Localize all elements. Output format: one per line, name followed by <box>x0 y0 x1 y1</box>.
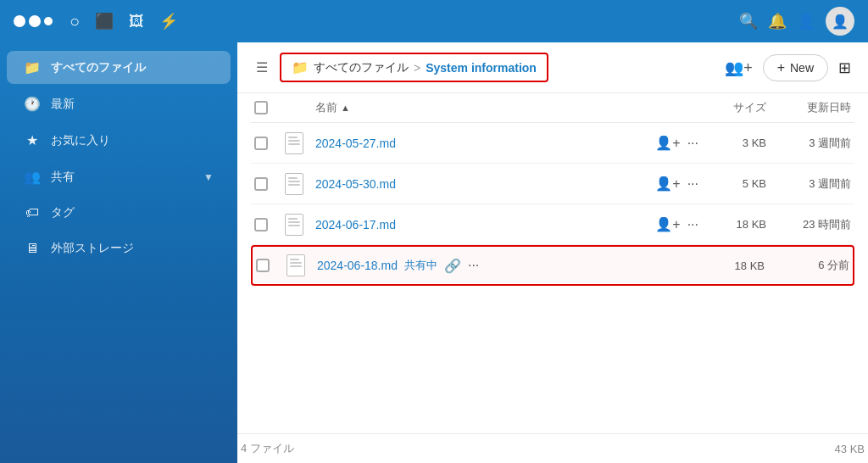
sidebar-item-recent-label: 最新 <box>51 97 75 112</box>
view-toggle-button[interactable]: ☰ <box>251 56 273 79</box>
sidebar-item-tags[interactable]: 🏷 タグ <box>7 197 231 229</box>
add-share-button[interactable]: 👥+ <box>721 55 756 81</box>
file-doc-icon-4 <box>287 254 305 276</box>
topbar-actions: 🔍 🔔 👤 👤 <box>739 7 854 36</box>
sidebar-item-tags-label: タグ <box>51 205 75 220</box>
logo-dot2 <box>29 15 41 27</box>
content-area: ☰ 📁 すべてのファイル > System information 👥+ + N… <box>237 42 868 463</box>
sidebar-item-favorites[interactable]: ★ お気に入り <box>7 124 231 157</box>
new-button-plus-icon: + <box>777 60 785 75</box>
file-actions-3: 👤+ ··· <box>655 216 698 232</box>
table-row: 2024-05-30.md 👤+ ··· 5 KB 3 週間前 <box>251 164 854 204</box>
file-icon-cell-3 <box>285 214 315 236</box>
logo-dot1 <box>14 15 25 27</box>
more-options-icon-4[interactable]: ··· <box>468 258 479 273</box>
search-icon[interactable]: 🔍 <box>739 12 758 31</box>
file-doc-icon-1 <box>285 132 303 154</box>
select-all-checkbox[interactable] <box>254 101 268 114</box>
bell-icon[interactable]: 🔔 <box>768 12 787 31</box>
topbar-nav: ○ ⬛ 🖼 ⚡ <box>70 12 739 31</box>
logo <box>14 15 53 27</box>
more-options-icon-2[interactable]: ··· <box>687 176 698 192</box>
file-checkbox-2[interactable] <box>254 177 285 191</box>
breadcrumb: 📁 すべてのファイル > System information <box>280 53 548 82</box>
file-actions-2: 👤+ ··· <box>655 176 698 192</box>
file-actions-1: 👤+ ··· <box>655 135 698 151</box>
file-count-label: 4 ファイル <box>241 441 294 456</box>
breadcrumb-folder-icon: 📁 <box>292 59 309 75</box>
new-button-label: New <box>790 61 814 75</box>
nav-files-icon[interactable]: ○ <box>70 12 80 31</box>
header-date-cell[interactable]: 更新日時 <box>766 100 851 115</box>
sidebar: 📁 すべてのファイル 🕐 最新 ★ お気に入り 👥 共有 ▼ 🏷 タグ 🖥 外部… <box>0 42 237 463</box>
nav-activity-icon[interactable]: ⚡ <box>159 12 178 31</box>
file-checkbox-1[interactable] <box>254 137 285 150</box>
file-name-2[interactable]: 2024-05-30.md <box>315 177 396 191</box>
sidebar-item-external-storage[interactable]: 🖥 外部ストレージ <box>7 232 231 265</box>
name-column-label: 名前 <box>315 100 337 115</box>
share-link-icon[interactable]: 🔗 <box>444 258 461 274</box>
avatar[interactable]: 👤 <box>826 7 854 36</box>
header-size-cell[interactable]: サイズ <box>698 100 766 115</box>
sidebar-item-shared-label: 共有 <box>51 170 75 185</box>
header-checkbox-cell <box>254 101 285 114</box>
sidebar-item-recent[interactable]: 🕐 最新 <box>7 87 231 120</box>
nav-monitor-icon[interactable]: ⬛ <box>95 12 114 31</box>
share-status-label: 共有中 <box>404 258 437 273</box>
sort-arrow-icon: ▲ <box>341 103 350 113</box>
chevron-down-icon: ▼ <box>203 171 214 183</box>
file-name-cell-2: 2024-05-30.md <box>315 177 655 191</box>
new-button[interactable]: + New <box>763 54 828 81</box>
table-row: 2024-05-27.md 👤+ ··· 3 KB 3 週間前 <box>251 123 854 164</box>
file-icon-cell-4 <box>287 254 317 276</box>
file-date-3: 23 時間前 <box>766 217 851 232</box>
more-options-icon-1[interactable]: ··· <box>687 136 698 151</box>
file-doc-icon-2 <box>285 173 303 195</box>
checkbox-4[interactable] <box>256 259 270 272</box>
file-checkbox-3[interactable] <box>254 218 285 232</box>
checkbox-1[interactable] <box>254 137 268 150</box>
add-share-icon-3[interactable]: 👤+ <box>655 216 680 232</box>
file-name-4[interactable]: 2024-06-18.md <box>317 259 398 272</box>
sidebar-item-shared[interactable]: 👥 共有 ▼ <box>7 160 231 193</box>
file-size-4: 18 KB <box>697 259 765 272</box>
sidebar-item-all-files-label: すべてのファイル <box>51 60 146 75</box>
admin-icon[interactable]: 👤 <box>797 12 815 31</box>
breadcrumb-root[interactable]: すべてのファイル <box>314 60 409 75</box>
file-name-3[interactable]: 2024-06-17.md <box>315 218 396 232</box>
file-date-4: 6 分前 <box>765 258 849 273</box>
content-header: ☰ 📁 すべてのファイル > System information 👥+ + N… <box>237 42 868 93</box>
add-share-icon-2[interactable]: 👤+ <box>655 176 680 192</box>
sidebar-item-all-files[interactable]: 📁 すべてのファイル <box>7 51 231 84</box>
file-date-1: 3 週間前 <box>766 136 851 151</box>
grid-view-button[interactable]: ⊞ <box>835 55 854 81</box>
file-checkbox-4[interactable] <box>256 259 287 272</box>
nav-gallery-icon[interactable]: 🖼 <box>129 13 144 31</box>
file-size-2: 5 KB <box>698 177 766 190</box>
recent-icon: 🕐 <box>24 96 41 112</box>
file-date-2: 3 週間前 <box>766 176 851 192</box>
breadcrumb-current: System information <box>426 61 537 75</box>
topbar: ○ ⬛ 🖼 ⚡ 🔍 🔔 👤 👤 <box>0 0 868 42</box>
header-name-cell[interactable]: 名前 ▲ <box>315 100 507 115</box>
file-name-1[interactable]: 2024-05-27.md <box>315 137 396 150</box>
add-share-icon-1[interactable]: 👤+ <box>655 135 680 151</box>
file-name-cell-3: 2024-06-17.md <box>315 218 655 232</box>
file-name-cell-1: 2024-05-27.md <box>315 137 655 150</box>
file-table: 名前 ▲ サイズ 更新日時 <box>237 93 868 433</box>
file-icon-cell-1 <box>285 132 315 154</box>
total-size-label: 43 KB <box>835 443 865 455</box>
file-size-3: 18 KB <box>698 218 766 231</box>
file-size-1: 3 KB <box>698 137 766 149</box>
table-row: 2024-06-17.md 👤+ ··· 18 KB 23 時間前 <box>251 204 854 245</box>
sidebar-item-favorites-label: お気に入り <box>51 133 110 148</box>
breadcrumb-separator: > <box>414 61 420 75</box>
logo-dot3 <box>44 17 53 25</box>
shared-icon: 👥 <box>24 169 41 185</box>
checkbox-2[interactable] <box>254 177 268 191</box>
more-options-icon-3[interactable]: ··· <box>687 217 698 232</box>
checkbox-3[interactable] <box>254 218 268 232</box>
favorites-icon: ★ <box>24 132 41 148</box>
external-storage-icon: 🖥 <box>24 241 41 256</box>
sidebar-item-external-storage-label: 外部ストレージ <box>51 241 134 256</box>
